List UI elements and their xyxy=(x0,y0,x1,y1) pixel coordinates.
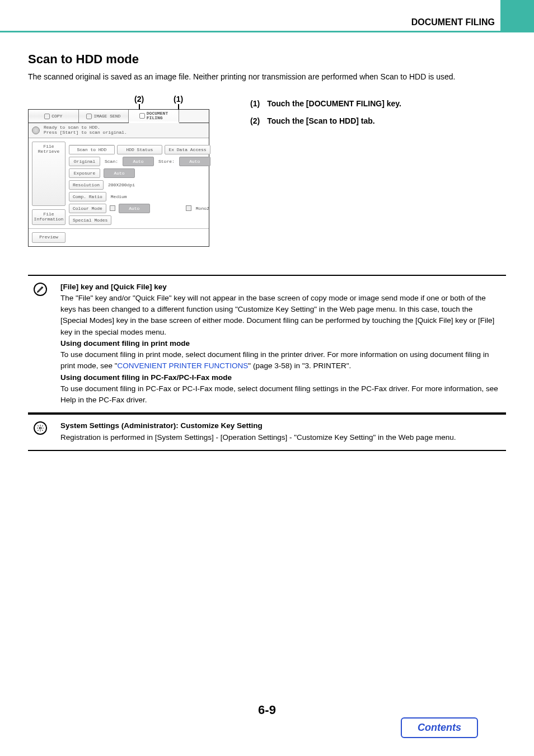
section-intro: The scanned original is saved as an imag… xyxy=(28,71,506,82)
chip-special-modes[interactable]: Special Modes xyxy=(69,215,111,225)
note1-para1: The "File" key and/or "Quick File" key w… xyxy=(60,294,494,336)
steps-list: (1) Touch the [DOCUMENT FILING] key. (2)… xyxy=(249,95,403,130)
note-box-file-key: [File] key and [Quick File] key The "Fil… xyxy=(28,275,506,414)
callout-2-label: (2) xyxy=(134,95,144,104)
chip-store-auto[interactable]: Auto xyxy=(179,157,210,166)
panel-tab-blank xyxy=(179,110,209,123)
status-message: Ready to scan to HDD. Press [Start] to s… xyxy=(43,125,128,136)
step-1-number: (1) xyxy=(250,96,265,112)
note2-heading: System Settings (Administrator): Customi… xyxy=(60,421,263,430)
subtab-ex-data-access[interactable]: Ex Data Access xyxy=(165,145,210,154)
label-store: Store: xyxy=(157,159,176,164)
value-resolution: 200X200dpi xyxy=(107,182,136,187)
panel-tab-copy[interactable]: COPY xyxy=(29,110,79,123)
pencil-icon xyxy=(34,283,47,296)
value-comp-ratio: Medium xyxy=(110,194,128,199)
gear-icon xyxy=(34,421,47,435)
label-scan: Scan: xyxy=(104,159,119,164)
header-title: DOCUMENT FILING xyxy=(411,17,500,31)
chip-colour-mode[interactable]: Colour Mode xyxy=(69,204,106,213)
printer-panel: COPY IMAGE SEND DOCUMENT FILING xyxy=(28,109,209,246)
chip-exposure-auto[interactable]: Auto xyxy=(104,168,135,178)
value-mono2: Mono2 xyxy=(195,206,210,211)
panel-tab-docfiling-label: DOCUMENT FILING xyxy=(147,111,168,120)
subtab-scan-to-hdd[interactable]: Scan to HDD xyxy=(69,145,115,154)
note-box-system-settings: System Settings (Administrator): Customi… xyxy=(28,414,506,451)
step-2-number: (2) xyxy=(250,113,265,129)
panel-tab-document-filing[interactable]: DOCUMENT FILING xyxy=(129,110,179,123)
svg-point-0 xyxy=(39,428,41,430)
status-icon xyxy=(32,126,40,134)
panel-status-bar: Ready to scan to HDD. Press [Start] to s… xyxy=(29,123,209,138)
link-convenient-printer-functions[interactable]: CONVENIENT PRINTER FUNCTIONS xyxy=(118,361,249,370)
chip-original[interactable]: Original xyxy=(69,157,100,166)
step-1-text: Touch the [DOCUMENT FILING] key. xyxy=(266,96,402,112)
header-accent xyxy=(500,0,534,31)
step-2-text: Touch the [Scan to HDD] tab. xyxy=(266,113,402,129)
mono-icon xyxy=(186,205,191,211)
panel-tab-copy-label: COPY xyxy=(51,114,62,119)
note1-heading1: [File] key and [Quick File] key xyxy=(60,283,167,291)
doc-filing-icon xyxy=(139,113,145,119)
note1-para2b: " (page 3-58) in "3. PRINTER". xyxy=(248,361,351,370)
panel-tab-image-send[interactable]: IMAGE SEND xyxy=(79,110,129,123)
note1-heading3: Using document filing in PC-Fax/PC-I-Fax… xyxy=(60,373,232,382)
chip-colour-auto[interactable]: Auto xyxy=(119,204,150,213)
section-title: Scan to HDD mode xyxy=(28,52,506,67)
subtab-file-retrieve[interactable]: File Retrieve xyxy=(32,142,65,206)
note2-para: Registration is performed in [System Set… xyxy=(60,433,456,442)
note1-heading2: Using document filing in print mode xyxy=(60,339,190,348)
chip-resolution[interactable]: Resolution xyxy=(69,180,104,190)
chip-exposure[interactable]: Exposure xyxy=(69,168,100,178)
colour-icon xyxy=(110,205,115,211)
chip-comp-ratio[interactable]: Comp. Ratio xyxy=(69,192,106,201)
header-rule xyxy=(0,31,534,32)
image-send-icon xyxy=(86,114,92,119)
side-btn-preview[interactable]: Preview xyxy=(32,232,65,243)
note1-para3: To use document filing in PC-Fax or PC-I… xyxy=(60,384,498,404)
copy-icon xyxy=(44,114,50,119)
contents-button[interactable]: Contents xyxy=(401,717,478,738)
side-btn-file-info[interactable]: File Information xyxy=(32,209,65,225)
subtab-hdd-status[interactable]: HDD Status xyxy=(117,145,163,154)
panel-tab-image-send-label: IMAGE SEND xyxy=(93,114,120,119)
page-number: 6-9 xyxy=(28,703,506,717)
chip-scan-auto[interactable]: Auto xyxy=(123,157,154,166)
callout-1-label: (1) xyxy=(174,95,183,104)
